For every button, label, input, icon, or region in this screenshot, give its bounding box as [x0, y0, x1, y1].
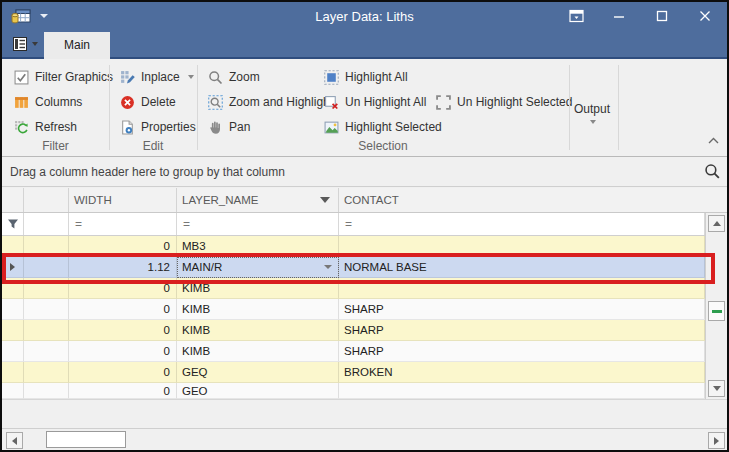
cell-contact[interactable]: SHARP	[339, 341, 705, 362]
cell-width[interactable]: 0	[69, 299, 177, 320]
filter-graphics-button[interactable]: Filter Graphics	[14, 67, 113, 87]
table-row[interactable]: 0 KIMB SHARP	[2, 320, 705, 341]
ribbon-tab-row: Main	[2, 30, 727, 57]
cell-width[interactable]: 0	[69, 236, 177, 257]
un-highlight-all-label: Un Highlight All	[345, 95, 426, 109]
app-icon[interactable]	[11, 9, 31, 24]
cell-width[interactable]: 0	[69, 341, 177, 362]
cell-width[interactable]: 1.12	[69, 257, 177, 278]
unhighlight-selected-icon	[436, 95, 451, 110]
table-row[interactable]: 0 KIMB SHARP	[2, 299, 705, 320]
minimize-button[interactable]	[611, 8, 627, 24]
filter-cell[interactable]	[24, 213, 69, 235]
horizontal-scroll-thumb[interactable]	[46, 431, 126, 448]
close-button[interactable]	[697, 8, 713, 24]
columns-button[interactable]: Columns	[14, 92, 82, 112]
layer-data-window: Layer Data: Liths	[0, 0, 729, 452]
inplace-button[interactable]: Inplace	[120, 67, 194, 87]
cell-layer-name[interactable]: KIMB	[177, 299, 339, 320]
cell-width[interactable]: 0	[69, 362, 177, 383]
un-highlight-all-button[interactable]: Un Highlight All	[324, 92, 426, 112]
table-row[interactable]: 0 MB3	[2, 236, 705, 257]
filter-cell-contact[interactable]: =	[339, 213, 705, 235]
cell-contact[interactable]	[339, 278, 705, 299]
output-dropdown-caret-icon	[590, 120, 596, 124]
column-header-row: WIDTH LAYER_NAME CONTACT	[2, 188, 727, 213]
horizontal-scrollbar[interactable]	[2, 428, 727, 450]
app-menu-caret-icon[interactable]	[40, 14, 48, 18]
checkbox-icon	[14, 70, 29, 85]
pan-button[interactable]: Pan	[208, 117, 250, 137]
delete-label: Delete	[141, 95, 176, 109]
un-highlight-selected-button[interactable]: Un Highlight Selected	[436, 92, 572, 112]
delete-icon	[120, 95, 135, 110]
cell-contact[interactable]: NORMAL BASE	[339, 257, 705, 278]
table-row[interactable]: 0 GEQ BROKEN	[2, 362, 705, 383]
table-row[interactable]: 0 KIMB	[2, 278, 705, 299]
filter-group-label: Filter	[2, 139, 109, 153]
triangle-right-icon	[714, 437, 719, 445]
group-separator	[618, 65, 619, 150]
zoom-highlight-icon	[208, 95, 223, 110]
columns-label: Columns	[35, 95, 82, 109]
cell-contact[interactable]: BROKEN	[339, 362, 705, 383]
properties-button[interactable]: Properties	[120, 117, 196, 137]
scroll-up-button[interactable]	[708, 215, 725, 232]
scroll-right-button[interactable]	[708, 432, 725, 449]
delete-button[interactable]: Delete	[120, 92, 176, 112]
column-header-width[interactable]: WIDTH	[69, 188, 177, 212]
editor-dropdown-caret-icon[interactable]	[324, 265, 332, 269]
table-row[interactable]: 0 GEO	[2, 383, 705, 399]
quick-access-list-icon[interactable]	[12, 36, 38, 52]
zoom-button[interactable]: Zoom	[208, 67, 260, 87]
search-icon[interactable]	[703, 162, 722, 184]
zoom-and-highlight-button[interactable]: Zoom and Highlight	[208, 92, 333, 112]
cell-layer-name[interactable]: GEO	[177, 383, 339, 399]
blank-column-header[interactable]	[24, 188, 69, 212]
refresh-button[interactable]: Refresh	[14, 117, 77, 137]
window-controls	[568, 2, 713, 30]
cell-width[interactable]: 0	[69, 278, 177, 299]
cell-layer-name[interactable]: KIMB	[177, 320, 339, 341]
table-row-selected[interactable]: 1.12 MAIN/R NORMAL BASE	[2, 257, 705, 278]
ribbon-display-options-icon[interactable]	[568, 8, 584, 24]
cell-contact[interactable]: SHARP	[339, 320, 705, 341]
cell-layer-name[interactable]: MB3	[177, 236, 339, 257]
cell-width[interactable]: 0	[69, 320, 177, 341]
cell-contact[interactable]: SHARP	[339, 299, 705, 320]
scroll-down-button[interactable]	[708, 380, 725, 397]
group-separator	[109, 65, 110, 150]
cell-width[interactable]: 0	[69, 383, 177, 399]
collapse-ribbon-button[interactable]	[708, 130, 719, 148]
cell-contact[interactable]	[339, 236, 705, 257]
group-by-hint: Drag a column header here to group by th…	[10, 165, 285, 179]
cell-layer-name[interactable]: GEQ	[177, 362, 339, 383]
output-button[interactable]: Output	[569, 93, 615, 133]
column-header-contact[interactable]: CONTACT	[339, 188, 727, 212]
highlight-selected-button[interactable]: Highlight Selected	[324, 117, 442, 137]
pan-icon	[208, 120, 223, 135]
output-label: Output	[574, 102, 610, 116]
titlebar: Layer Data: Liths	[2, 2, 727, 30]
highlight-all-button[interactable]: Highlight All	[324, 67, 408, 87]
highlight-selected-icon	[324, 120, 339, 135]
vertical-scrollbar[interactable]	[705, 213, 727, 399]
filter-cell-width[interactable]: =	[69, 213, 177, 235]
inplace-dropdown-caret-icon	[188, 75, 194, 79]
cell-layer-name-editor[interactable]: MAIN/R	[177, 257, 339, 278]
filter-cell-layer-name[interactable]: =	[177, 213, 339, 235]
cell-contact[interactable]	[339, 383, 705, 399]
cell-layer-name[interactable]: KIMB	[177, 278, 339, 299]
maximize-button[interactable]	[654, 8, 670, 24]
table-row[interactable]: 0 KIMB SHARP	[2, 341, 705, 362]
group-by-panel[interactable]: Drag a column header here to group by th…	[2, 157, 727, 187]
column-header-layer-name[interactable]: LAYER_NAME	[177, 188, 339, 212]
refresh-label: Refresh	[35, 120, 77, 134]
cell-layer-name[interactable]: KIMB	[177, 341, 339, 362]
scroll-left-button[interactable]	[6, 432, 23, 449]
vertical-scroll-thumb[interactable]	[708, 301, 725, 321]
layer-name-filter-caret-icon[interactable]	[320, 197, 330, 203]
tab-main[interactable]: Main	[44, 32, 110, 59]
highlight-all-label: Highlight All	[345, 70, 408, 84]
zoom-and-highlight-label: Zoom and Highlight	[229, 95, 333, 109]
